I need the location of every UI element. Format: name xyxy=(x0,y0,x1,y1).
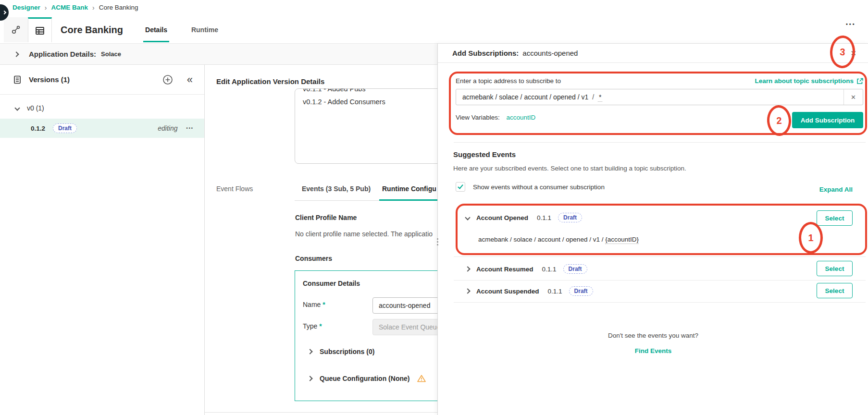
section-divider xyxy=(454,142,866,143)
topic-separator: / xyxy=(590,93,596,101)
version-number: 0.1.2 xyxy=(31,125,45,132)
tab-runtime[interactable]: Runtime xyxy=(189,17,220,42)
client-profile-empty-text: No client profile name selected. The app… xyxy=(295,230,433,238)
select-button-account-suspended[interactable]: Select xyxy=(817,283,853,298)
learn-topic-subscriptions-link[interactable]: Learn about topic subscriptions xyxy=(755,77,863,85)
application-details-label: Application Details: xyxy=(29,50,96,58)
select-button-account-opened[interactable]: Select xyxy=(817,210,853,226)
panel-title: Add Subscriptions: xyxy=(452,49,519,57)
row-divider xyxy=(454,280,866,281)
topic-wildcard: * xyxy=(598,93,602,102)
view-variables-link[interactable]: accountID xyxy=(507,114,536,121)
versions-panel-header: Versions (1) « xyxy=(0,65,204,95)
chevron-right-icon xyxy=(307,376,312,381)
breadcrumb-separator-icon: › xyxy=(92,4,95,11)
required-asterisk: * xyxy=(322,301,325,308)
consumer-details-card: Consumer Details Name * Type * Subscript… xyxy=(295,270,458,401)
row-divider xyxy=(454,302,866,303)
clear-input-icon[interactable]: ✕ xyxy=(843,89,863,105)
editing-status: editing xyxy=(158,124,177,132)
close-icon[interactable]: ✕ xyxy=(850,49,856,57)
name-label: Name * xyxy=(303,301,325,308)
subscriptions-titlebar: Add Subscriptions: accounts-opened ✕ xyxy=(438,44,868,63)
version-group-label: v0 (1) xyxy=(27,104,44,112)
breadcrumb-current: Core Banking xyxy=(99,4,138,11)
external-link-icon xyxy=(856,78,863,85)
queue-configuration-toggle[interactable]: Queue Configuration (None) xyxy=(308,375,426,382)
add-version-icon[interactable] xyxy=(162,74,174,85)
topic-address-value: acmebank / solace / account / opened / v… xyxy=(456,93,843,101)
tab-details[interactable]: Details xyxy=(143,17,169,42)
versions-panel: Versions (1) « v0 (1) 0.1.2 Draft editin… xyxy=(0,65,205,415)
version-more-menu[interactable]: ••• xyxy=(186,126,194,131)
version-notes-textarea[interactable]: v0.1.1 - Added Pubs v0.1.2 - Added Consu… xyxy=(295,88,453,164)
chevron-right-icon[interactable] xyxy=(465,288,470,293)
breadcrumb-acme-bank[interactable]: ACME Bank xyxy=(51,4,88,11)
chevron-right-icon[interactable] xyxy=(465,266,470,271)
find-events-link[interactable]: Find Events xyxy=(438,347,868,354)
add-subscription-button[interactable]: Add Subscription xyxy=(792,112,863,128)
panel-resize-handle[interactable] xyxy=(437,238,438,245)
view-tabstrip: Core Banking Details Runtime xyxy=(4,17,220,42)
event-row-account-suspended[interactable]: Account Suspended 0.1.1 Draft xyxy=(466,286,593,296)
tab-list-view[interactable] xyxy=(28,17,52,42)
events-footer-question: Don't see the events you want? xyxy=(438,332,868,339)
annotation-circle-2: 2 xyxy=(766,105,792,137)
draft-badge: Draft xyxy=(558,213,582,222)
annotation-circle-1: 1 xyxy=(799,222,823,254)
subscriptions-toggle[interactable]: Subscriptions (0) xyxy=(308,348,374,355)
event-flows-label[interactable]: Event Flows xyxy=(216,185,253,193)
checkbox-checked[interactable] xyxy=(456,182,465,192)
event-row-account-resumed[interactable]: Account Resumed 0.1.1 Draft xyxy=(466,264,587,274)
application-details-bar: Application Details: Solace xyxy=(0,43,437,65)
type-label: Type * xyxy=(303,322,322,330)
breadcrumb: Designer › ACME Bank › Core Banking xyxy=(12,4,138,11)
add-subscriptions-panel: Add Subscriptions: accounts-opened ✕ Ent… xyxy=(437,43,868,415)
version-note-line: v0.1.2 - Added Consumers xyxy=(303,96,453,109)
edit-panel-title: Edit Application Version Details xyxy=(216,77,324,85)
event-version: 0.1.1 xyxy=(542,266,557,273)
consumer-details-heading: Consumer Details xyxy=(303,280,360,287)
chevron-right-icon xyxy=(2,11,6,14)
topic-variable: {accountID} xyxy=(605,236,639,244)
chevron-down-icon[interactable] xyxy=(465,215,470,220)
event-name: Account Opened xyxy=(476,214,528,221)
required-asterisk: * xyxy=(319,322,322,330)
versions-title: Versions (1) xyxy=(29,75,70,84)
designer-app-window: Designer › ACME Bank › Core Banking Core… xyxy=(0,0,868,415)
collapse-panel-icon[interactable]: « xyxy=(187,74,193,85)
consumers-heading: Consumers xyxy=(295,255,332,262)
chevron-right-icon xyxy=(307,349,312,354)
breadcrumb-designer[interactable]: Designer xyxy=(12,4,40,11)
breadcrumb-separator-icon: › xyxy=(45,4,47,11)
versions-list-icon xyxy=(12,75,22,85)
chevron-down-icon xyxy=(14,105,20,110)
annotation-rect-account-opened xyxy=(456,204,867,255)
draft-badge: Draft xyxy=(563,264,587,274)
version-row-selected[interactable]: 0.1.2 Draft editing ••• xyxy=(0,119,204,138)
event-name: Account Resumed xyxy=(476,266,533,273)
tab-runtime-configuration[interactable]: Runtime Configu xyxy=(382,185,436,193)
version-notes-content: v0.1.1 - Added Pubs v0.1.2 - Added Consu… xyxy=(295,88,453,109)
event-version: 0.1.1 xyxy=(537,214,551,221)
show-events-checkbox-row[interactable]: Show events without a consumer subscript… xyxy=(456,182,605,192)
expand-chevron-icon[interactable] xyxy=(13,51,19,57)
topic-address-input[interactable]: acmebank / solace / account / opened / v… xyxy=(456,89,863,105)
view-variables-row: View Variables: accountID xyxy=(456,114,535,121)
draft-badge: Draft xyxy=(569,286,593,296)
topic-label-row: Enter a topic address to subscribe to Le… xyxy=(456,77,863,85)
tab-graph-view[interactable] xyxy=(4,17,28,42)
suggested-events-subtext: Here are your subscribed events. Select … xyxy=(453,165,686,172)
topic-address-label: Enter a topic address to subscribe to xyxy=(456,77,561,85)
version-group-row[interactable]: v0 (1) xyxy=(0,98,204,119)
event-row-account-opened[interactable]: Account Opened 0.1.1 Draft xyxy=(466,213,582,222)
warning-icon xyxy=(417,375,426,382)
event-version: 0.1.1 xyxy=(548,288,562,295)
header-more-menu[interactable]: ••• xyxy=(846,21,856,27)
event-name: Account Suspended xyxy=(476,288,539,295)
checkmark-icon xyxy=(458,183,463,189)
select-button-account-resumed[interactable]: Select xyxy=(817,261,853,276)
expand-all-link[interactable]: Expand All xyxy=(819,186,853,193)
client-profile-heading: Client Profile Name xyxy=(295,214,357,221)
tab-events[interactable]: Events (3 Sub, 5 Pub) xyxy=(302,185,371,193)
